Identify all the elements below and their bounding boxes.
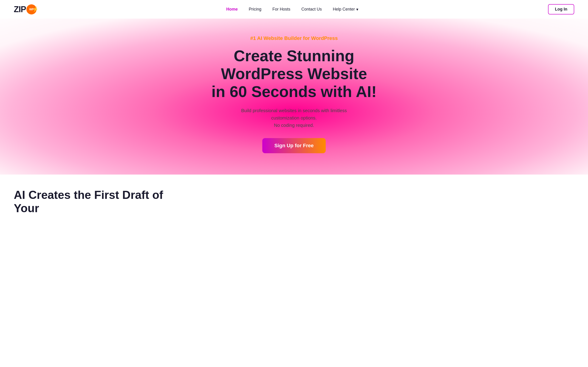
nav-link-home[interactable]: Home <box>226 7 238 11</box>
hero-subtitle-line1: Build professional websites in seconds w… <box>241 108 347 120</box>
hero-section: #1 AI Website Builder for WordPress Crea… <box>0 19 588 175</box>
logo-zip-text: ZIP <box>14 5 26 14</box>
navbar: ZIP WP ⚡ Home Pricing For Hosts Contact … <box>0 0 588 19</box>
hero-content: #1 AI Website Builder for WordPress Crea… <box>191 35 397 153</box>
lightning-icon: ⚡ <box>32 6 38 12</box>
signup-cta-button[interactable]: Sign Up for Free <box>262 138 326 153</box>
nav-item-contact-us[interactable]: Contact Us <box>301 7 322 12</box>
chevron-down-icon: ▾ <box>356 7 358 12</box>
logo-badge: WP ⚡ <box>26 4 36 15</box>
nav-item-pricing[interactable]: Pricing <box>249 7 261 12</box>
nav-link-pricing[interactable]: Pricing <box>249 7 261 11</box>
nav-link-help-center[interactable]: Help Center <box>333 7 355 12</box>
nav-link-contact-us[interactable]: Contact Us <box>301 7 322 11</box>
nav-item-home[interactable]: Home <box>226 7 238 12</box>
nav-item-for-hosts[interactable]: For Hosts <box>272 7 290 12</box>
hero-title: Create Stunning WordPress Website in 60 … <box>191 47 397 101</box>
login-button[interactable]: Log In <box>548 4 574 15</box>
bottom-title: AI Creates the First Draft of Your <box>14 188 174 215</box>
nav-links: Home Pricing For Hosts Contact Us Help C… <box>226 7 358 12</box>
bottom-section: AI Creates the First Draft of Your <box>0 175 588 219</box>
hero-title-line1: Create Stunning WordPress Website <box>221 47 367 82</box>
nav-link-for-hosts[interactable]: For Hosts <box>272 7 290 11</box>
hero-title-line2: in 60 Seconds with AI! <box>211 83 376 100</box>
nav-item-help-center[interactable]: Help Center ▾ <box>333 7 358 12</box>
hero-subtitle: Build professional websites in seconds w… <box>230 107 358 129</box>
logo: ZIP WP ⚡ <box>14 4 36 15</box>
hero-tagline: #1 AI Website Builder for WordPress <box>191 35 397 41</box>
hero-subtitle-line2: No coding required. <box>274 123 314 128</box>
